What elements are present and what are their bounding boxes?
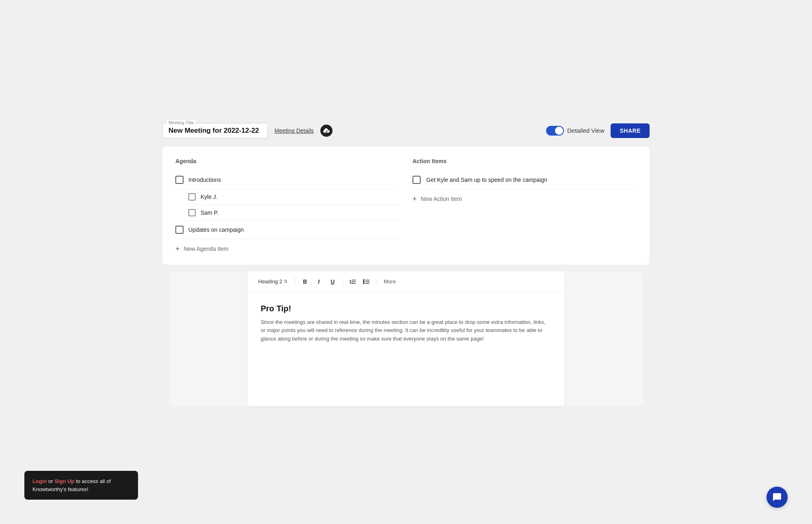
editor-body[interactable]: Pro Tip! Since the meetings are shared i… — [248, 293, 564, 406]
new-agenda-item-label: New Agenda Item — [184, 246, 229, 252]
toolbar-more-button[interactable]: More — [380, 277, 399, 286]
new-action-item-label: New Action Item — [421, 196, 462, 202]
toast-or-text: or — [47, 478, 54, 484]
bold-button[interactable]: B — [299, 276, 311, 287]
agenda-item[interactable]: Introductions — [175, 171, 400, 189]
svg-point-4 — [363, 279, 365, 281]
toast-login-link[interactable]: Login — [32, 478, 47, 484]
agenda-sub-items: Kyle J. Sam P. — [175, 189, 400, 221]
login-toast: Login or Sign Up to access all of Knowtw… — [24, 471, 138, 500]
agenda-section: Agenda Introductions Kyle J. Sam P. — [175, 158, 400, 253]
agenda-sub-item[interactable]: Sam P. — [188, 205, 400, 221]
agenda-sub-item[interactable]: Kyle J. — [188, 189, 400, 205]
editor-section: Heading 2 ⇅ B I U 1. — [169, 271, 643, 406]
meeting-title-field[interactable]: Meeting Title New Meeting for 2022-12-22 — [162, 123, 268, 138]
agenda-item-text: Updates on campaign — [188, 226, 244, 233]
agenda-action-card: Agenda Introductions Kyle J. Sam P. — [162, 147, 650, 265]
toolbar-divider — [376, 278, 376, 286]
agenda-item-checkbox[interactable] — [175, 226, 184, 234]
agenda-item-checkbox[interactable] — [175, 176, 184, 184]
action-item-checkbox[interactable] — [412, 176, 421, 184]
heading-select-arrow: ⇅ — [284, 279, 287, 284]
pro-tip-heading: Pro Tip! — [261, 304, 551, 313]
heading-select[interactable]: Heading 2 ⇅ — [255, 277, 291, 286]
action-item-text: Get Kyle and Sam up to speed on the camp… — [426, 177, 547, 183]
meeting-title-value: New Meeting for 2022-12-22 — [168, 127, 262, 135]
new-action-item-row[interactable]: + New Action Item — [412, 189, 637, 203]
page-header: Meeting Title New Meeting for 2022-12-22… — [162, 118, 650, 147]
editor-wrapper: Heading 2 ⇅ B I U 1. — [248, 271, 564, 406]
underline-button[interactable]: U — [327, 276, 338, 287]
sub-item-checkbox[interactable] — [188, 193, 196, 201]
svg-point-6 — [363, 282, 365, 284]
toast-signup-link[interactable]: Sign Up — [54, 478, 74, 484]
meeting-details-link[interactable]: Meeting Details — [274, 127, 314, 134]
editor-toolbar: Heading 2 ⇅ B I U 1. — [248, 271, 564, 293]
detailed-view-toggle-container: Detailed View — [546, 126, 604, 136]
meeting-title-label: Meeting Title — [167, 120, 195, 125]
heading-select-label: Heading 2 — [258, 278, 282, 285]
toolbar-divider — [295, 278, 295, 286]
ordered-list-button[interactable]: 1. — [347, 276, 358, 287]
agenda-item-text: Introductions — [188, 177, 221, 183]
pro-tip-text: Since the meetings are shared in real-ti… — [261, 318, 551, 343]
detailed-view-toggle[interactable] — [546, 126, 564, 136]
chat-button[interactable] — [767, 487, 788, 508]
sub-item-text: Kyle J. — [201, 194, 218, 200]
header-right: Detailed View SHARE — [546, 123, 650, 138]
sub-item-checkbox[interactable] — [188, 209, 196, 216]
two-column-layout: Agenda Introductions Kyle J. Sam P. — [175, 158, 637, 253]
plus-icon: + — [175, 245, 180, 253]
action-items-section: Action Items Get Kyle and Sam up to spee… — [412, 158, 637, 253]
cloud-save-icon — [320, 125, 333, 137]
toggle-knob — [555, 127, 563, 135]
italic-button[interactable]: I — [313, 276, 324, 287]
detailed-view-label: Detailed View — [567, 127, 604, 134]
action-item[interactable]: Get Kyle and Sam up to speed on the camp… — [412, 171, 637, 189]
share-button[interactable]: SHARE — [611, 123, 650, 138]
unordered-list-button[interactable] — [361, 276, 372, 287]
svg-point-5 — [363, 281, 365, 282]
agenda-section-title: Agenda — [175, 158, 400, 164]
new-agenda-item-row[interactable]: + New Agenda Item — [175, 239, 400, 253]
agenda-item[interactable]: Updates on campaign — [175, 221, 400, 239]
action-items-section-title: Action Items — [412, 158, 637, 164]
toolbar-divider — [342, 278, 343, 286]
sub-item-text: Sam P. — [201, 209, 218, 216]
plus-icon: + — [412, 195, 417, 203]
